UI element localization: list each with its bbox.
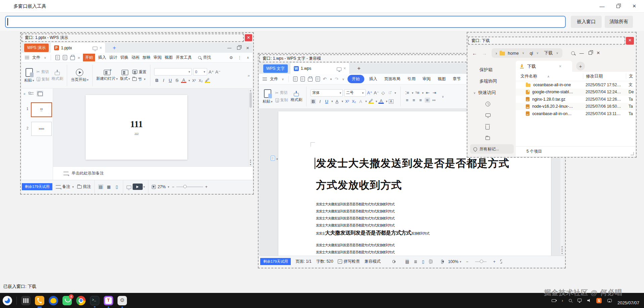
column-type[interactable]: 文 [626, 73, 635, 79]
slide-thumbnail-1[interactable]: 111 222 [31, 102, 52, 117]
web-view-icon[interactable] [429, 259, 431, 264]
font-color-button[interactable]: A [181, 78, 186, 83]
embed-window-button[interactable]: 嵌入窗口 [571, 16, 602, 28]
ppt-menu-slideshow[interactable]: 放映 [142, 55, 150, 60]
doc-body-paragraphs[interactable]: 发发士大夫撒发送到发是否是否都是方式方式发放收到方式 发发士大夫撒发送到发是否是… [316, 242, 395, 256]
settings-icon[interactable] [118, 296, 127, 305]
fit-page-icon[interactable] [441, 260, 443, 264]
trial-badge[interactable]: 剩余179天试用 [22, 183, 52, 190]
ppt-maximize-icon[interactable] [237, 46, 240, 50]
pinyin-guide-icon[interactable]: 文̄ [387, 91, 393, 95]
zoom-slider[interactable] [475, 261, 487, 262]
font-decrease-icon[interactable]: A⁻ [374, 90, 379, 95]
zoom-out-icon[interactable]: − [172, 185, 174, 189]
more-dots-icon[interactable]: ⋮ [238, 55, 242, 60]
align-right-icon[interactable]: ≡ [418, 98, 423, 103]
fm-close-icon[interactable]: × [597, 50, 600, 56]
trial-badge[interactable]: 剩余179天试用 [260, 258, 291, 265]
ppt-close-icon[interactable]: × [246, 45, 249, 51]
find-box[interactable]: 查找 [198, 55, 211, 60]
clear-format-icon[interactable]: ◇ [380, 90, 386, 95]
slide-sorter-icon[interactable]: ▦ [106, 184, 111, 189]
redo-icon[interactable]: ↷ [335, 76, 338, 82]
highlight-button[interactable]: 🖉 [368, 99, 374, 104]
save-icon[interactable] [63, 55, 67, 60]
superscript-button[interactable]: X² [344, 99, 350, 103]
embedded-window-ppt[interactable]: 窗口: 1.pptx - WPS 演示 ✕ WPS 演示 P 1.pptx × … [20, 32, 254, 195]
font-increase-icon[interactable]: A⁺ [209, 69, 214, 74]
taskbar-date[interactable]: 2025/07/07 [617, 300, 639, 305]
hamburger-icon[interactable] [263, 78, 267, 81]
slide-canvas[interactable]: 111 222 [86, 95, 187, 160]
collapse-panel-icon[interactable]: » [24, 92, 26, 96]
ppt-font-size-select[interactable]: 0▾ [193, 68, 207, 75]
task-view-icon[interactable] [21, 296, 31, 305]
page-view-icon[interactable]: ▤ [405, 259, 409, 264]
settings-gear-icon[interactable]: ⚙ [229, 55, 233, 60]
ppt-window-title[interactable]: 窗口: 1.pptx - WPS 演示 [21, 34, 244, 42]
new-tab-icon[interactable]: + [112, 45, 116, 51]
cut-button[interactable]: ✂剪切 [275, 90, 288, 95]
ppt-remove-button[interactable]: ✕ [245, 34, 252, 41]
breadcrumb-home[interactable]: home [508, 51, 519, 56]
notes-placeholder[interactable]: 单击此处添加备注 [72, 170, 104, 176]
strikethrough-button[interactable]: S [174, 78, 180, 83]
browser-cat-icon[interactable] [49, 296, 58, 305]
format-painter-button[interactable]: 格式刷 [52, 70, 63, 81]
bold-button[interactable]: B [311, 99, 316, 104]
zoom-slider-knob[interactable] [183, 185, 187, 188]
tab-close-icon[interactable]: × [559, 64, 561, 69]
fm-new-tab-button[interactable]: + [576, 62, 585, 70]
ppt-menu-review[interactable]: 审阅 [153, 55, 162, 60]
distribute-icon[interactable]: ⇿ [431, 98, 437, 103]
scroll-down-icon[interactable]: ▼ [249, 163, 252, 166]
align-left-icon[interactable]: ≡ [405, 98, 410, 103]
decrease-indent-icon[interactable]: ⇤ [425, 90, 430, 95]
tray-expand-icon[interactable]: › [562, 298, 563, 303]
collapse-ribbon-icon[interactable]: ∧ [247, 56, 249, 59]
bullet-list-icon[interactable]: ⁚≡ [405, 90, 410, 95]
undo-icon[interactable]: ↶ [323, 76, 327, 82]
sidebar-item-recent[interactable] [468, 98, 516, 110]
close-icon[interactable]: × [631, 3, 638, 10]
ppt-menu-design[interactable]: 设计 [109, 55, 117, 60]
sidebar-item-quickaccess[interactable]: ∨快速访问 [468, 87, 516, 98]
reset-button[interactable]: 重置 [132, 69, 146, 74]
notes-bar[interactable]: 单击此处添加备注 [53, 166, 252, 180]
file-row[interactable]: google-chrome-stabl… 2025/07/04 12:24… D… [516, 89, 635, 96]
subscript-button[interactable]: X₂ [198, 79, 203, 83]
zoom-in-icon[interactable]: + [493, 259, 496, 264]
writer-menu-file[interactable]: 文件 [270, 76, 278, 82]
writer-menu-home[interactable]: 开始 [348, 75, 364, 83]
reading-view-icon[interactable]: ▯ [114, 184, 120, 189]
font-increase-icon[interactable]: A⁺ [367, 90, 372, 95]
bold-button[interactable]: B [154, 78, 159, 83]
phone-cast-icon[interactable] [127, 186, 131, 189]
ribbon-overflow-icon[interactable]: » [248, 73, 250, 78]
thumbnail-view-icon[interactable] [37, 91, 43, 97]
fm-minimize-icon[interactable]: — [580, 51, 584, 56]
zoom-in-icon[interactable]: + [205, 185, 208, 189]
slide-subtitle-text[interactable]: 222 [86, 133, 187, 136]
writer-menu-insert[interactable]: 插入 [369, 76, 377, 82]
writer-menu-pagelayout[interactable]: 页面布局 [384, 76, 401, 82]
prev-slide-icon[interactable]: ▲ [249, 159, 252, 161]
zoom-level[interactable]: 27%▾ [157, 185, 169, 189]
ppt-menu-home[interactable]: 开始 [83, 54, 95, 61]
font-color-button[interactable]: A [378, 99, 384, 104]
underline-button[interactable]: U [168, 78, 173, 83]
file-row[interactable]: GZnginx-1.28.0.tar.gz 2025/07/04 12:26… … [516, 96, 635, 103]
breadcrumb-folder[interactable]: 下载 [544, 50, 553, 56]
ppt-minimize-icon[interactable]: — [227, 46, 231, 50]
ppt-menu-transition[interactable]: 切换 [120, 55, 128, 60]
sidebar-item-computer[interactable] [468, 110, 516, 121]
spellcheck-button[interactable]: ✓拼写检查 [338, 259, 360, 264]
notification-icon[interactable] [607, 299, 612, 302]
tray-search-icon[interactable] [569, 299, 572, 302]
zoom-slider-knob[interactable] [480, 260, 483, 263]
embedded-window-downloads[interactable]: 窗口: 下载 ✕ ← → › home∨ ql∨ 下载∨ — × 保护箱 多端协… [467, 32, 637, 158]
word-count[interactable]: 字数: 520 [316, 259, 333, 264]
print-icon[interactable] [308, 78, 313, 82]
font-size-select[interactable]: 二号▾ [344, 89, 366, 97]
char-border-button[interactable]: A̲ [334, 99, 340, 104]
